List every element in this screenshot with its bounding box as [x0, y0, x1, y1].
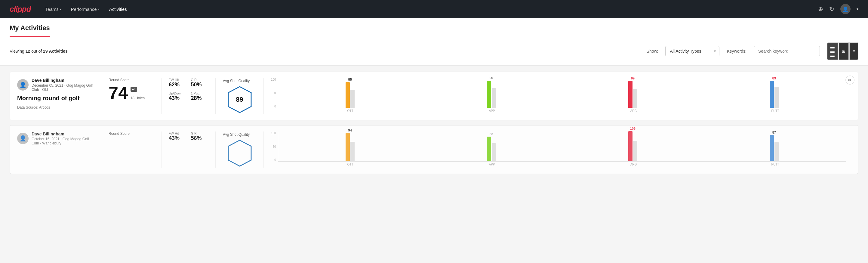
user-date: December 05, 2021 · Gog Magog Golf Club … [32, 83, 94, 92]
arg-group: 106 [628, 127, 637, 161]
view-compact-button[interactable]: ≡ [849, 42, 858, 60]
arg-bars [628, 131, 637, 161]
y-label-100: 100 [271, 78, 276, 81]
card-stats: FW Hit 62% GIR 50% Up/Down 43% 1 Putt 28… [161, 78, 216, 114]
fw-hit-label: FW Hit [169, 132, 186, 135]
gir-stat: GIR 56% [191, 132, 209, 141]
card-left: 👤 Dave Billingham December 05, 2021 · Go… [17, 78, 101, 114]
gir-value: 50% [191, 82, 209, 88]
performance-chevron-icon: ▾ [98, 7, 99, 11]
user-avatar[interactable]: 👤 [840, 4, 850, 14]
arg-group: 89 [628, 77, 637, 108]
app-bar-main [487, 137, 491, 161]
view-grid-button[interactable]: ⊞ [839, 42, 849, 60]
activity-card: ✏ 👤 Dave Billingham December 05, 2021 · … [10, 71, 858, 120]
page-title: My Activities [10, 18, 50, 37]
gir-stat: GIR 50% [191, 78, 209, 88]
filter-bar: Viewing 12 out of 29 Activities Show: Al… [0, 37, 868, 66]
card-left: 👤 Dave Billingham October 16, 2021 · Gog… [17, 132, 101, 168]
score-meta: +4 18 Holes [130, 87, 145, 101]
view-list-button[interactable]: ▬▬▬ [827, 42, 838, 60]
activity-type-select-wrapper: All Activity Types ▾ [665, 46, 719, 56]
putt-bar-bg [774, 142, 779, 161]
nav-teams[interactable]: Teams ▾ [45, 5, 61, 13]
x-axis: OTT APP ARG PUTT [271, 162, 846, 166]
arg-bars [628, 81, 637, 108]
nav-icons: ⊕ ↻ 👤 ▾ [818, 4, 858, 14]
fw-hit-value: 43% [169, 135, 186, 141]
app-bar-bg [492, 143, 496, 161]
y-label-0: 0 [271, 158, 276, 162]
navbar: clippd Teams ▾ Performance ▾ Activities … [0, 0, 868, 18]
refresh-icon[interactable]: ↻ [829, 5, 834, 12]
nav-performance[interactable]: Performance ▾ [71, 5, 99, 13]
putt-group: 89 [770, 77, 779, 108]
avatar-chevron-icon[interactable]: ▾ [857, 7, 858, 11]
hexagon-value: 89 [236, 96, 243, 104]
x-label-arg: ARG [629, 163, 638, 166]
up-down-stat: Up/Down 43% [169, 91, 186, 101]
arg-bar-bg [633, 141, 637, 161]
activity-title: Morning round of golf [17, 95, 94, 102]
fw-hit-label: FW Hit [169, 78, 186, 82]
avatar: 👤 [17, 133, 29, 144]
nav-activities[interactable]: Activities [109, 5, 127, 13]
ott-value-label: 94 [348, 128, 352, 132]
chart-bars-container: 100 50 0 94 82 [271, 132, 846, 162]
card-score: Round Score [101, 132, 161, 168]
svg-marker-1 [228, 140, 251, 166]
card-user: 👤 Dave Billingham December 05, 2021 · Go… [17, 78, 94, 92]
hexagon: 89 [228, 86, 252, 113]
ott-bars [346, 133, 354, 161]
teams-chevron-icon: ▾ [60, 7, 61, 11]
score-label: Round Score [108, 78, 154, 82]
logo[interactable]: clippd [10, 4, 31, 14]
grid-icon: ⊞ [842, 49, 845, 54]
search-input[interactable] [754, 46, 820, 56]
app-value-label: 82 [490, 132, 493, 136]
x-axis: OTT APP ARG PUTT [271, 108, 846, 113]
putt-bars [770, 135, 779, 161]
user-date: October 16, 2021 · Gog Magog Golf Club -… [32, 137, 94, 145]
y-label-50: 50 [271, 145, 276, 148]
putt-value-label: 89 [772, 77, 776, 80]
card-quality: Avg Shot Quality 89 [216, 78, 264, 114]
score-main: 74 +4 18 Holes [108, 84, 154, 101]
bar-groups: 94 82 [278, 132, 846, 162]
add-icon[interactable]: ⊕ [818, 5, 823, 12]
arg-value-label: 106 [630, 127, 636, 130]
app-group: 82 [487, 132, 496, 161]
one-putt-stat: 1 Putt 28% [191, 91, 209, 101]
putt-group: 87 [770, 130, 779, 161]
ott-bar-bg [350, 142, 354, 161]
keywords-label: Keywords: [726, 49, 746, 54]
y-axis: 100 50 0 [271, 78, 278, 108]
x-label-ott: OTT [346, 109, 355, 113]
x-label-putt: PUTT [771, 109, 780, 113]
gir-value: 56% [191, 135, 209, 141]
card-chart: 100 50 0 94 82 [264, 132, 851, 168]
hexagon [228, 140, 252, 167]
ott-group: 85 [346, 78, 354, 108]
y-label-100: 100 [271, 132, 276, 135]
gir-label: GIR [191, 78, 209, 82]
viewing-text: Viewing 12 out of 29 Activities [10, 49, 68, 54]
ott-value-label: 85 [348, 78, 352, 81]
y-axis: 100 50 0 [271, 132, 278, 162]
card-chart: 100 50 0 85 [264, 78, 851, 114]
user-info: Dave Billingham October 16, 2021 · Gog M… [32, 132, 94, 145]
ott-bar-bg [350, 90, 354, 108]
list-icon: ▬▬▬ [830, 45, 835, 58]
hexagon-svg [228, 140, 252, 167]
arg-value-label: 89 [631, 77, 634, 80]
one-putt-value: 28% [191, 95, 209, 101]
ott-bars [346, 82, 354, 108]
avatar: 👤 [17, 79, 29, 91]
activity-type-select[interactable]: All Activity Types [665, 46, 719, 56]
app-bars [487, 137, 496, 161]
chart-area: 100 50 0 94 82 [271, 132, 846, 168]
avatar-icon: 👤 [842, 6, 848, 12]
quality-label: Avg Shot Quality [223, 79, 250, 83]
activity-card: 👤 Dave Billingham October 16, 2021 · Gog… [10, 125, 858, 174]
x-label-app: APP [488, 109, 497, 113]
